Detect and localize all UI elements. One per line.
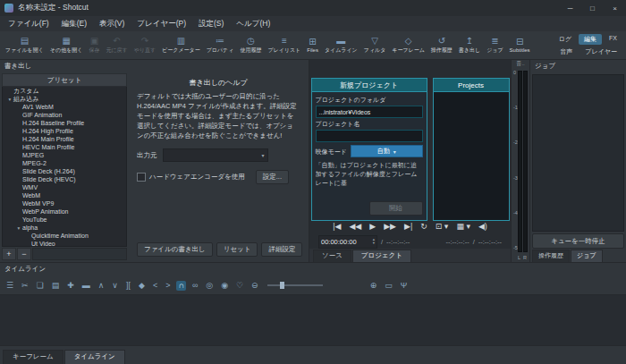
layout-player-button[interactable]: プレイヤー xyxy=(579,47,622,57)
position-spinner[interactable]: 00:00:00:00 ▴▾ xyxy=(318,235,377,249)
export-button[interactable]: ↥ 書き出し xyxy=(456,36,483,55)
layout-editing-button[interactable]: 編集 xyxy=(579,34,602,45)
layout-fx-button[interactable]: FX xyxy=(604,34,622,45)
history-button[interactable]: ↺ 操作履歴 xyxy=(428,36,455,55)
projects-list[interactable] xyxy=(434,92,509,220)
copy-button[interactable]: ❏ xyxy=(35,281,46,291)
preset-item[interactable]: MPEG-2 xyxy=(3,159,126,167)
tree-caret-icon[interactable]: ▾ xyxy=(6,97,13,102)
layout-audio-button[interactable]: 音声 xyxy=(554,47,578,57)
preset-item[interactable]: H.264 Main Profile xyxy=(3,135,126,143)
timeline-menu-button[interactable]: ☰ xyxy=(4,281,15,291)
filters-button[interactable]: ▽ フィルタ xyxy=(361,36,389,55)
timeline-tracks-area[interactable] xyxy=(0,295,626,345)
spinner-arrows-icon[interactable]: ▴▾ xyxy=(373,238,375,245)
tab-keyframes[interactable]: キーフレーム xyxy=(3,350,63,364)
reset-button[interactable]: リセット xyxy=(216,242,258,257)
tab-project[interactable]: プロジェクト xyxy=(352,250,411,262)
ripple-all-button[interactable]: ◉ xyxy=(219,281,230,291)
menu-item[interactable]: 編集(E) xyxy=(55,16,93,31)
jobs-list[interactable] xyxy=(532,74,624,232)
menu-item[interactable]: 設定(S) xyxy=(192,16,230,31)
volume-button[interactable]: ◀) xyxy=(478,223,487,231)
keyframes-button[interactable]: ◇ キーフレーム xyxy=(389,36,427,55)
open-file-button[interactable]: ▤ ファイルを開く xyxy=(3,36,47,55)
lift-button[interactable]: ∧ xyxy=(97,281,106,291)
zoom-slider[interactable] xyxy=(267,284,323,286)
start-button[interactable]: 開始 xyxy=(369,201,423,216)
ripple-button[interactable]: ◎ xyxy=(204,281,215,291)
prev-marker-button[interactable]: < xyxy=(151,281,159,291)
preset-item[interactable]: GIF Animation xyxy=(3,111,126,119)
menu-item[interactable]: 表示(V) xyxy=(93,16,131,31)
configure-button[interactable]: 設定... xyxy=(256,170,289,184)
preset-item[interactable]: HEVC Main Profile xyxy=(3,143,126,151)
play-button[interactable]: ▶ xyxy=(369,223,376,231)
cut-button[interactable]: ✂ xyxy=(20,281,30,291)
fast-forward-button[interactable]: ▶▶ xyxy=(384,223,396,231)
redo-button[interactable]: ↷ やり直す xyxy=(131,36,158,55)
preset-group[interactable]: ▾ 組み込み xyxy=(3,95,126,103)
tree-caret-icon[interactable]: ▾ xyxy=(15,225,22,231)
menu-item[interactable]: ヘルプ(H) xyxy=(230,16,276,31)
remove-preset-button[interactable]: − xyxy=(17,248,31,260)
project-name-input[interactable] xyxy=(316,130,423,142)
tab-history[interactable]: 操作履歴 xyxy=(532,250,570,262)
menu-item[interactable]: ファイル(F) xyxy=(2,16,55,31)
export-file-button[interactable]: ファイルの書き出し xyxy=(137,242,213,257)
tab-jobs[interactable]: ジョブ xyxy=(571,250,603,262)
tab-timeline[interactable]: タイムライン xyxy=(64,350,125,364)
maximize-button[interactable]: □ xyxy=(581,0,604,16)
preset-list[interactable]: カスタム ▾ 組み込み AV1 WebM GIF Animation xyxy=(2,87,127,247)
video-mode-select[interactable]: 自動 ▾ xyxy=(351,145,423,157)
zoom-menu-button[interactable]: ⊡ ▾ xyxy=(436,223,449,231)
minimize-button[interactable]: ─ xyxy=(559,0,581,16)
close-button[interactable]: × xyxy=(604,0,626,16)
zoom-fit-button[interactable]: ▭ xyxy=(383,281,394,291)
preset-item[interactable]: Slide Deck (HEVC) xyxy=(3,175,126,183)
presets-header[interactable]: プリセット xyxy=(2,73,127,87)
tab-source[interactable]: ソース xyxy=(313,250,351,262)
paste-button[interactable]: ▤ xyxy=(50,281,62,291)
scrub-button[interactable]: ∞ xyxy=(190,281,199,291)
layout-logging-button[interactable]: ログ xyxy=(554,34,577,45)
grid-menu-button[interactable]: ▦ ▾ xyxy=(456,223,470,231)
pause-queue-button[interactable]: キューを一時停止 xyxy=(532,233,624,249)
playlist-button[interactable]: ≡ プレイリスト xyxy=(265,36,303,55)
preset-item[interactable]: YouTube xyxy=(3,216,126,224)
preset-item[interactable]: Quicktime Animation xyxy=(3,232,126,240)
jobs-button[interactable]: ≣ ジョブ xyxy=(484,36,505,55)
files-button[interactable]: ⊞ Files xyxy=(304,37,321,54)
overwrite-button[interactable]: ∨ xyxy=(110,281,120,291)
from-select[interactable]: ▾ xyxy=(163,148,268,162)
recent-button[interactable]: ◷ 使用履歴 xyxy=(237,36,264,55)
next-marker-button[interactable]: > xyxy=(164,281,172,291)
preset-item[interactable]: WebM VP9 xyxy=(3,199,126,207)
save-button[interactable]: ▣ 保存 xyxy=(86,36,102,55)
timeline-button[interactable]: ▬ タイムライン xyxy=(322,36,360,55)
hardware-encoder-checkbox[interactable] xyxy=(137,173,146,182)
append-button[interactable]: ✚ xyxy=(65,281,76,291)
preset-item[interactable]: WMV xyxy=(3,183,126,191)
preset-item[interactable]: H.264 High Profile xyxy=(3,127,126,135)
preset-item[interactable]: WebP Animation xyxy=(3,207,126,216)
preset-item[interactable]: H.264 Baseline Profile xyxy=(3,119,126,127)
snap-button[interactable]: ∩ xyxy=(176,281,185,291)
zoom-in-button[interactable]: ⊕ xyxy=(368,281,379,291)
ripple-markers-button[interactable]: ♡ xyxy=(234,281,245,291)
ripple-delete-button[interactable]: ▬ xyxy=(80,281,92,291)
preset-item[interactable]: WebM xyxy=(3,191,126,199)
preset-item[interactable]: AV1 WebM xyxy=(3,103,126,111)
subtitles-button[interactable]: ⊟ Subtitles xyxy=(507,37,533,54)
preset-item[interactable]: カスタム xyxy=(3,87,126,95)
marker-button[interactable]: ◆ xyxy=(137,281,147,291)
project-folder-input[interactable]: ...inistrator¥Videos xyxy=(316,106,423,118)
split-button[interactable]: ][ xyxy=(124,281,132,291)
rewind-button[interactable]: ◀◀ xyxy=(349,223,361,231)
zoom-slider-handle[interactable] xyxy=(280,282,284,289)
loop-button[interactable]: ↻ xyxy=(420,223,427,231)
add-preset-button[interactable]: + xyxy=(2,248,16,260)
record-audio-button[interactable]: Ψ xyxy=(399,281,410,291)
skip-end-button[interactable]: ▶| xyxy=(404,223,412,231)
preset-item[interactable]: Slide Deck (H.264) xyxy=(3,167,126,175)
